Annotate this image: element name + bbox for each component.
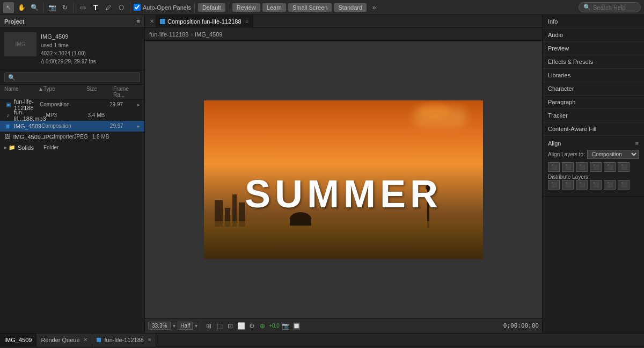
align-top-btn[interactable]: ⬛ — [590, 162, 602, 172]
project-preview: IMG IMG_4509 used 1 time 4032 x 3024 (1.… — [0, 28, 144, 70]
tab2-icon — [97, 338, 101, 342]
comp-tab-menu[interactable]: ≡ — [246, 18, 249, 24]
workspace-small[interactable]: Small Screen — [288, 3, 332, 12]
project-search-bar — [0, 70, 144, 85]
comp-flow-icon[interactable]: ⚙ — [247, 322, 256, 330]
quality-select[interactable]: Half — [178, 322, 193, 330]
paragraph-section[interactable]: Paragraph — [543, 96, 644, 109]
search-box: 🔍 — [579, 2, 641, 12]
breadcrumb-separator: › — [191, 31, 193, 38]
col-size-header: Size — [86, 86, 113, 98]
project-item-audio[interactable]: ♪ fun-lif...188.mp3 MP3 3.4 MB — [0, 110, 144, 121]
preview-thumbnail: IMG — [4, 32, 36, 56]
dist-right-btn[interactable]: ⬛ — [576, 180, 588, 190]
snapshot-icon[interactable]: 📷 — [282, 322, 290, 330]
more-workspaces[interactable]: » — [369, 2, 379, 13]
comp-close-btn[interactable]: ✕ — [148, 18, 156, 25]
project-item-jpeg[interactable]: 🖼 IMG_4509.JPG ImporterJPEG 1.8 MB — [0, 132, 144, 142]
tracker-section[interactable]: Tracker — [543, 109, 644, 122]
col-name-header: Name — [4, 86, 38, 98]
rect-tool[interactable]: ▭ — [77, 2, 88, 13]
effects-section[interactable]: Effects & Presets — [543, 55, 644, 69]
hand-tool[interactable]: ✋ — [16, 2, 27, 13]
left-panel: Project ≡ IMG IMG_4509 used 1 time 4032 … — [0, 15, 145, 333]
stamp-tool[interactable]: ⬡ — [116, 2, 127, 13]
align-right-btn[interactable]: ⬛ — [576, 162, 588, 172]
comp-breadcrumb: fun-life-112188 › IMG_4509 — [145, 28, 542, 41]
align-left-btn[interactable]: ⬛ — [548, 162, 560, 172]
search-input[interactable] — [593, 4, 636, 11]
ctrl-sep1 — [201, 321, 201, 331]
project-items-list: ▣ fun-life-112188 Composition 29.97 ▸ ♪ … — [0, 99, 144, 334]
timeline-tab-1[interactable]: IMG_4509 — [0, 334, 36, 346]
comp-tab-main[interactable]: Composition fun-life-112188 ≡ — [156, 15, 253, 28]
align-target-select[interactable]: Composition — [587, 150, 639, 159]
libraries-section[interactable]: Libraries — [543, 69, 644, 82]
summer-text: SUMMER — [245, 172, 442, 216]
dist-top-btn[interactable]: ⬛ — [590, 180, 602, 190]
distribute-buttons-row: ⬛ ⬛ ⬛ ⬛ ⬛ ⬛ — [548, 180, 639, 190]
content-aware-section[interactable]: Content-Aware Fill — [543, 122, 644, 136]
tab2-menu[interactable]: ≡ — [148, 337, 151, 343]
dist-left-btn[interactable]: ⬛ — [548, 180, 560, 190]
character-section[interactable]: Character — [543, 82, 644, 96]
breadcrumb-layer[interactable]: IMG_4509 — [195, 31, 222, 38]
timeline-tab-2[interactable]: fun-life-112188 ≡ — [92, 334, 156, 346]
align-center-h-btn[interactable]: ⬛ — [562, 162, 574, 172]
workspace-default[interactable]: Default — [198, 3, 225, 12]
auto-open-panels-check[interactable]: Auto-Open Panels — [134, 4, 191, 11]
workspace-standard[interactable]: Standard — [334, 3, 367, 12]
dist-bottom-btn[interactable]: ⬛ — [618, 180, 630, 190]
project-search-input[interactable] — [4, 73, 140, 82]
align-bottom-btn[interactable]: ⬛ — [618, 162, 630, 172]
main-layout: Project ≡ IMG IMG_4509 used 1 time 4032 … — [0, 15, 644, 333]
show-snap-icon[interactable]: 🔲 — [292, 322, 301, 330]
comp-tabs: ✕ Composition fun-life-112188 ≡ — [145, 15, 542, 28]
breadcrumb-comp[interactable]: fun-life-112188 — [149, 31, 188, 38]
green-value: +0.0 — [269, 323, 280, 329]
camera-tool[interactable]: 📷 — [47, 2, 57, 13]
grid-icon[interactable]: ⊞ — [204, 322, 213, 330]
composition-viewer[interactable]: SUMMER — [145, 41, 542, 318]
timeline-tabs: IMG_4509 Render Queue ✕ fun-life-112188 … — [0, 334, 644, 346]
preview-duration: Δ 0;00;29;29, 29.97 fps — [41, 57, 96, 66]
preview-used: used 1 time — [41, 41, 96, 49]
project-menu[interactable]: ≡ — [137, 18, 140, 25]
safe-zones-icon[interactable]: ⬚ — [215, 322, 224, 330]
channels-icon[interactable]: ⊡ — [226, 322, 235, 330]
project-item-comp2[interactable]: ▣ IMG_4509 Composition 29.97 ▸ — [0, 121, 144, 132]
align-target-row: Align Layers to: Composition — [548, 150, 639, 159]
pen-tool[interactable]: T — [90, 2, 101, 13]
select-tool[interactable]: ↖ — [3, 2, 14, 13]
comp-tab-icon — [160, 19, 165, 24]
audio-icon: ♪ — [4, 112, 12, 119]
timeline-tab1-label: IMG_4509 — [4, 337, 32, 343]
quality-dropdown-icon[interactable]: ▾ — [195, 323, 197, 329]
preview-dimensions: 4032 x 3024 (1.00) — [41, 49, 96, 57]
project-item-solids[interactable]: ▸ 📁 Solids Folder — [0, 142, 144, 153]
info-section[interactable]: Info — [543, 15, 644, 28]
pixel-aspect-icon[interactable]: ⬜ — [237, 322, 245, 330]
brush-tool[interactable]: 🖊 — [103, 2, 114, 13]
search-icon: 🔍 — [583, 4, 591, 11]
color-correct-icon[interactable]: ⊕ — [258, 322, 267, 330]
dist-center-h-btn[interactable]: ⬛ — [562, 180, 574, 190]
zoom-control[interactable]: 33.3% — [148, 322, 171, 330]
zoom-dropdown-icon[interactable]: ▾ — [173, 323, 175, 329]
dist-center-v-btn[interactable]: ⬛ — [604, 180, 616, 190]
align-buttons-row: ⬛ ⬛ ⬛ ⬛ ⬛ ⬛ — [548, 162, 639, 172]
workspace-review[interactable]: Review — [232, 3, 260, 12]
rotate-tool[interactable]: ↻ — [60, 2, 70, 13]
comp2-indicator: ▸ — [137, 124, 140, 129]
workspace-learn[interactable]: Learn — [262, 3, 286, 12]
align-center-v-btn[interactable]: ⬛ — [604, 162, 616, 172]
comp-controls-bar: 33.3% ▾ Half ▾ ⊞ ⬚ ⊡ ⬜ ⚙ ⊕ +0.0 📷 🔲 0;00… — [145, 318, 542, 333]
zoom-tool[interactable]: 🔍 — [29, 2, 40, 13]
audio-section[interactable]: Audio — [543, 28, 644, 42]
project-item-comp1[interactable]: ▣ fun-life-112188 Composition 29.97 ▸ — [0, 99, 144, 110]
viewer-canvas: SUMMER — [204, 100, 483, 259]
align-menu-icon[interactable]: ≡ — [635, 140, 639, 147]
preview-section[interactable]: Preview — [543, 42, 644, 55]
timeline-tab-render[interactable]: Render Queue ✕ — [36, 334, 92, 346]
render-tab-close[interactable]: ✕ — [83, 337, 87, 343]
